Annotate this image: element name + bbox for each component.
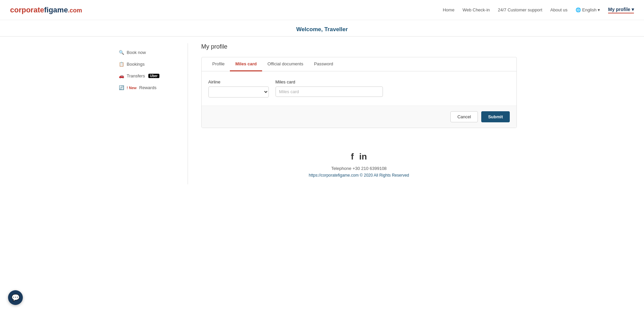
uber-badge: Uber: [148, 74, 159, 78]
header: corporatefigame.com Home Web Check-in 24…: [0, 0, 644, 20]
footer: f in Telephone +30 210 6399108 https://c…: [201, 141, 517, 184]
airline-select[interactable]: [208, 86, 269, 98]
welcome-text: Welcome, Traveller: [296, 26, 348, 33]
new-badge: ! New: [127, 86, 137, 90]
footer-phone: Telephone +30 210 6399108: [201, 166, 517, 171]
sidebar-item-book-now[interactable]: 🔍 Book now: [114, 47, 188, 58]
logo-figame: figame: [44, 6, 68, 14]
footer-social: f in: [201, 151, 517, 162]
facebook-link[interactable]: f: [351, 151, 354, 162]
refresh-icon: 🔄: [119, 85, 124, 90]
logo[interactable]: corporatefigame.com: [10, 6, 82, 14]
sidebar-item-rewards[interactable]: 🔄 ! New Rewards: [114, 82, 188, 93]
linkedin-link[interactable]: in: [359, 151, 367, 162]
tab-password[interactable]: Password: [309, 57, 339, 71]
miles-card-label: Miles card: [276, 79, 383, 84]
sidebar-item-bookings[interactable]: 📋 Bookings: [114, 58, 188, 70]
search-icon: 🔍: [119, 50, 124, 55]
nav-my-profile[interactable]: My profile ▾: [608, 7, 634, 13]
chat-icon: 💬: [11, 294, 20, 302]
bookings-icon: 📋: [119, 62, 124, 67]
tabs: Profile Miles card Official documents Pa…: [202, 57, 516, 71]
welcome-banner: Welcome, Traveller: [0, 20, 644, 37]
miles-card-input[interactable]: [276, 86, 383, 97]
form-row: Airline Miles card: [208, 79, 510, 98]
nav-home[interactable]: Home: [443, 7, 454, 12]
nav-language[interactable]: 🌐 English ▾: [576, 7, 600, 12]
cancel-button[interactable]: Cancel: [450, 111, 478, 122]
chat-widget[interactable]: 💬: [8, 290, 23, 305]
nav: Home Web Check-in 24/7 Customer support …: [443, 7, 634, 13]
action-row: Cancel Submit: [202, 106, 516, 128]
nav-about-us[interactable]: About us: [550, 7, 567, 12]
car-icon: 🚗: [119, 73, 124, 78]
main-layout: 🔍 Book now 📋 Bookings 🚗 Transfers Uber 🔄…: [107, 37, 537, 191]
airline-group: Airline: [208, 79, 269, 98]
footer-copyright-link[interactable]: https://corporatefigame.com © 2020 All R…: [309, 173, 409, 178]
tab-official-documents[interactable]: Official documents: [262, 57, 309, 71]
sidebar-bookings-label: Bookings: [127, 62, 145, 67]
globe-icon: 🌐: [576, 7, 581, 12]
airline-label: Airline: [208, 79, 269, 84]
miles-card-group: Miles card: [276, 79, 383, 97]
sidebar-item-transfers[interactable]: 🚗 Transfers Uber: [114, 70, 188, 82]
logo-com: .com: [68, 7, 82, 14]
submit-button[interactable]: Submit: [481, 111, 509, 122]
nav-web-checkin[interactable]: Web Check-in: [462, 7, 490, 12]
sidebar-book-now-label: Book now: [127, 50, 146, 55]
tab-profile[interactable]: Profile: [207, 57, 230, 71]
sidebar: 🔍 Book now 📋 Bookings 🚗 Transfers Uber 🔄…: [114, 43, 188, 184]
nav-customer-support[interactable]: 24/7 Customer support: [498, 7, 542, 12]
page-title: My profile: [201, 43, 517, 50]
sidebar-transfers-label: Transfers: [127, 73, 145, 78]
form-area: Airline Miles card: [202, 71, 516, 106]
sidebar-rewards-label: Rewards: [139, 85, 156, 90]
profile-card: Profile Miles card Official documents Pa…: [201, 57, 517, 128]
tab-miles-card[interactable]: Miles card: [230, 57, 262, 71]
logo-corporate: corporate: [10, 6, 44, 14]
content: My profile Profile Miles card Official d…: [188, 43, 530, 184]
